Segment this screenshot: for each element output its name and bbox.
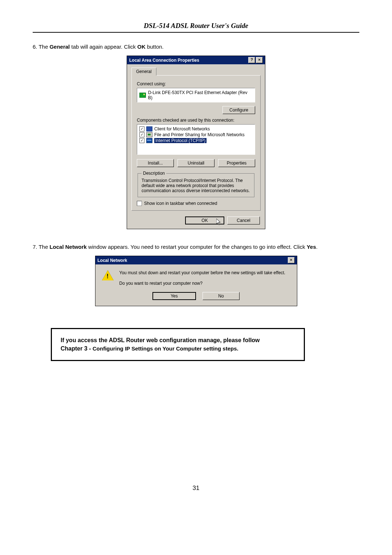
help-icon[interactable]: ? [248,57,255,63]
list-item[interactable]: Internet Protocol (TCP/IP) [139,138,253,143]
svg-marker-0 [216,219,220,225]
ln-title: Local Network [98,258,127,263]
note-rest: Configuring IP Settings on Your Computer… [93,345,238,352]
tab-general[interactable]: General [131,68,156,76]
local-network-dialog: Local Network × ! You must shut down and… [95,256,297,306]
list-item-label: Client for Microsoft Networks [154,126,210,131]
connect-using-label: Connect using: [137,81,255,86]
list-item-label: Internet Protocol (TCP/IP) [154,138,207,143]
lacp-title: Local Area Connection Properties [129,58,199,63]
show-icon-row[interactable]: Show icon in taskbar when connected [137,201,255,206]
share-icon [146,132,152,137]
word-yes: Yes [307,244,316,250]
install-button[interactable]: Install... [137,159,174,167]
note-box: If you access the ADSL Router web config… [51,328,305,361]
warning-text: You must shut down and restart your comp… [119,270,286,287]
lacp-dialog: Local Area Connection Properties ? × Gen… [127,56,265,229]
word-local-network: Local Network [49,244,87,250]
uninstall-button[interactable]: Uninstall [177,159,215,167]
description-group: Description Transmission Control Protoco… [138,171,254,197]
components-listbox[interactable]: Client for Microsoft Networks File and P… [137,124,255,155]
checkbox-icon[interactable] [139,138,144,143]
title-rule [33,32,359,33]
step-number: 6. [33,44,38,50]
list-item[interactable]: File and Printer Sharing for Microsoft N… [139,132,253,138]
page-number: 31 [33,485,359,492]
show-icon-label: Show icon in taskbar when connected [144,201,217,206]
warning-line-1: You must shut down and restart your comp… [119,270,286,276]
list-item-label: File and Printer Sharing for Microsoft N… [154,132,245,137]
configure-button[interactable]: Configure [222,106,255,114]
close-icon[interactable]: × [256,57,263,63]
checkbox-icon[interactable] [139,132,144,137]
no-button[interactable]: No [203,292,240,300]
yes-button[interactable]: Yes [152,292,196,300]
adapter-field[interactable]: D-Link DFE-530TX PCI Fast Ethernet Adapt… [137,88,255,102]
cancel-button[interactable]: Cancel [227,216,260,224]
warning-icon: ! [102,270,114,280]
note-chapter: Chapter 3 - [61,345,93,352]
description-legend: Description [142,171,166,176]
note-line-1: If you access the ADSL Router web config… [61,337,260,343]
list-item[interactable]: Client for Microsoft Networks [139,126,253,132]
lacp-titlebar[interactable]: Local Area Connection Properties ? × [127,56,265,64]
properties-button[interactable]: Properties [218,159,255,167]
client-icon [146,126,152,131]
checkbox-icon[interactable] [137,201,142,206]
checkbox-icon[interactable] [139,126,144,131]
description-text: Transmission Control Protocol/Internet P… [142,178,250,193]
word-ok: OK [137,44,146,50]
step-number: 7. [33,244,38,250]
step-7-text: 7. The Local Network window appears. You… [33,244,359,250]
word-general: General [49,44,70,50]
close-icon[interactable]: × [288,257,295,263]
warning-line-2: Do you want to restart your computer now… [119,280,286,287]
page-title: DSL-514 ADSL Router User's Guide [33,22,359,32]
general-tab-panel: Connect using: D-Link DFE-530TX PCI Fast… [131,75,261,211]
nic-icon [139,93,146,98]
cursor-icon [216,219,222,226]
components-label: Components checked are used by this conn… [137,118,255,123]
step-6-text: 6. The General tab will again appear. Cl… [33,44,359,50]
adapter-name: D-Link DFE-530TX PCI Fast Ethernet Adapt… [148,90,253,100]
ln-titlebar[interactable]: Local Network × [95,256,297,264]
tcp-icon [146,138,152,143]
